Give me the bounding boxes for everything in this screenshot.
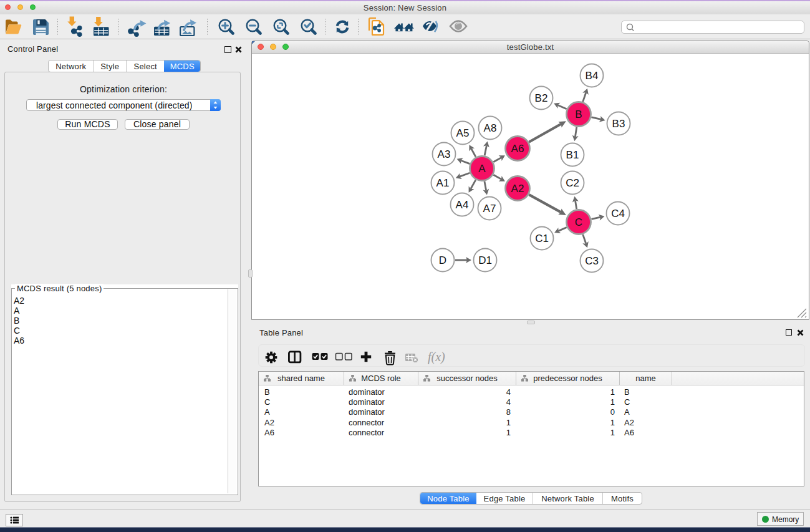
svg-text:A1: A1 <box>436 177 450 189</box>
svg-text:D1: D1 <box>478 254 492 266</box>
svg-text:A3: A3 <box>438 148 451 160</box>
svg-text:D: D <box>439 254 446 266</box>
svg-text:A4: A4 <box>456 199 469 211</box>
svg-text:A: A <box>478 163 486 175</box>
svg-text:C4: C4 <box>611 208 625 220</box>
svg-text:A8: A8 <box>484 122 497 134</box>
svg-text:B3: B3 <box>612 118 625 130</box>
svg-text:B2: B2 <box>535 92 548 104</box>
svg-text:A6: A6 <box>511 143 524 155</box>
svg-text:B: B <box>575 109 582 120</box>
svg-text:B1: B1 <box>566 149 579 161</box>
svg-text:C2: C2 <box>566 177 579 189</box>
svg-text:C: C <box>575 216 582 228</box>
svg-text:C1: C1 <box>535 233 549 244</box>
svg-text:C3: C3 <box>585 255 599 267</box>
svg-text:B4: B4 <box>586 70 599 82</box>
svg-text:A7: A7 <box>483 203 496 215</box>
svg-text:A2: A2 <box>511 183 524 195</box>
svg-text:A5: A5 <box>456 127 470 139</box>
